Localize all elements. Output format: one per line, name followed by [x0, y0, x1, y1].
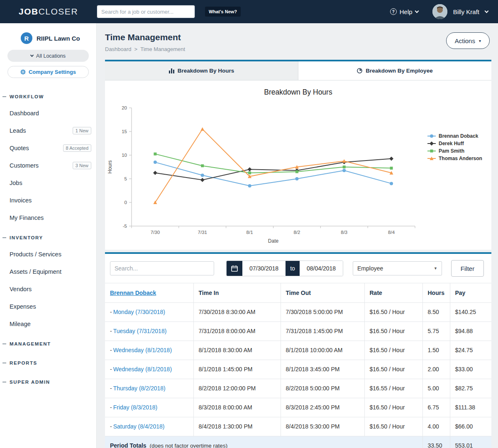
- calendar-button[interactable]: [227, 261, 242, 276]
- sidebar-item-label: Customers: [10, 162, 39, 169]
- svg-text:Breakdown By Hours: Breakdown By Hours: [264, 88, 332, 96]
- sidebar-item-customers[interactable]: Customers3 New: [0, 157, 96, 174]
- sidebar-item-mileage[interactable]: Mileage: [0, 315, 96, 333]
- employee-name-link[interactable]: Brennan Doback: [110, 290, 156, 296]
- sidebar-section-reports[interactable]: REPORTS: [0, 355, 96, 371]
- totals-pay: 553.01: [450, 436, 491, 448]
- sidebar-item-label: Quotes: [10, 145, 29, 151]
- day-link[interactable]: Thursday (8/2/2018): [113, 385, 166, 392]
- sidebar-section-super-admin[interactable]: SUPER ADMIN: [0, 374, 96, 390]
- day-cell: -Friday (8/3/2018): [105, 398, 193, 417]
- sidebar-item-vendors[interactable]: Vendors: [0, 280, 96, 298]
- company-header[interactable]: R RIIPL Lawn Co: [0, 31, 96, 46]
- app-logo[interactable]: JOBCLOSER: [19, 7, 78, 17]
- sidebar-item-label: Mileage: [10, 321, 31, 327]
- rate-cell: $16.50 / Hour: [364, 321, 422, 341]
- clock-icon: [357, 68, 362, 73]
- breadcrumb: Dashboard > Time Management: [105, 46, 491, 52]
- date-range-picker: 07/30/2018 to 08/04/2018: [226, 261, 343, 276]
- col-header-time-out: Time Out: [281, 283, 364, 302]
- table-row: -Tuesday (7/31/2018)7/31/2018 8:00:00 AM…: [105, 321, 491, 341]
- sidebar-item-leads[interactable]: Leads1 New: [0, 122, 96, 139]
- date-from-input[interactable]: 07/30/2018: [242, 261, 286, 276]
- sidebar-item-products-services[interactable]: Products / Services: [0, 246, 96, 263]
- sidebar-section-label: MANAGEMENT: [10, 341, 51, 346]
- time-out-cell: 8/1/2018 10:00:00 AM: [281, 341, 364, 360]
- rate-cell: $16.55 / Hour: [364, 379, 422, 398]
- company-settings-button[interactable]: Company Settings: [7, 66, 89, 78]
- svg-text:7/31: 7/31: [198, 230, 207, 235]
- company-name: RIIPL Lawn Co: [37, 35, 80, 42]
- table-row: -Monday (7/30/2018)7/30/2018 8:30:00 AM7…: [105, 302, 491, 321]
- sidebar-item-invoices[interactable]: Invoices: [0, 192, 96, 209]
- actions-button[interactable]: Actions ▾: [446, 32, 490, 49]
- time-in-cell: 8/2/2018 12:00:00 PM: [193, 379, 281, 398]
- chevron-down-icon[interactable]: [485, 9, 489, 13]
- col-header-rate: Rate: [364, 283, 422, 302]
- tab-breakdown-by-hours[interactable]: Breakdown By Hours: [105, 61, 298, 80]
- sidebar-section-inventory[interactable]: INVENTORY: [0, 230, 96, 246]
- status-badge: 1 New: [73, 127, 91, 134]
- rate-cell: $16.50 / Hour: [364, 302, 422, 321]
- date-range-to-label: to: [286, 261, 300, 276]
- all-locations-dropdown[interactable]: All Locations: [7, 50, 89, 62]
- sidebar-nav: WORKFLOWDashboardLeads1 NewQuotes8 Accep…: [0, 89, 96, 390]
- tab-breakdown-by-employee[interactable]: Breakdown By Employee: [298, 61, 491, 80]
- day-dash: -: [110, 385, 112, 392]
- user-name[interactable]: Billy Kraft: [453, 8, 479, 15]
- time-in-cell: 8/1/2018 1:45:00 PM: [193, 360, 281, 379]
- filter-button[interactable]: Filter: [451, 260, 484, 277]
- table-row: -Wednesday (8/1/2018)8/1/2018 8:30:00 AM…: [105, 341, 491, 360]
- section-dash-icon: [2, 343, 6, 344]
- rate-cell: $16.50 / Hour: [364, 417, 422, 436]
- avatar[interactable]: [432, 4, 447, 19]
- section-dash-icon: [2, 96, 6, 97]
- breadcrumb-separator: >: [134, 46, 138, 52]
- table-row: -Friday (8/3/2018)8/3/2018 8:00:00 AM8/3…: [105, 398, 491, 417]
- day-link[interactable]: Wednesday (8/1/2018): [113, 366, 172, 373]
- day-cell: -Tuesday (7/31/2018): [105, 321, 193, 341]
- day-link[interactable]: Saturday (8/4/2018): [113, 423, 165, 430]
- sidebar-item-quotes[interactable]: Quotes8 Accepted: [0, 139, 96, 157]
- table-search-input[interactable]: [110, 261, 214, 275]
- day-dash: -: [110, 328, 112, 334]
- select-caret-icon: ▼: [434, 266, 437, 270]
- logo-bold: JOB: [19, 7, 39, 16]
- help-menu[interactable]: ? Help: [390, 8, 418, 15]
- pay-cell: $66.00: [450, 417, 491, 436]
- help-icon: ?: [390, 8, 397, 15]
- sidebar-item-expenses[interactable]: Expenses: [0, 298, 96, 315]
- sidebar-section-label: INVENTORY: [10, 235, 43, 240]
- sidebar-item-my-finances[interactable]: My Finances: [0, 209, 96, 226]
- breadcrumb-dashboard[interactable]: Dashboard: [105, 46, 132, 52]
- sidebar-section-workflow[interactable]: WORKFLOW: [0, 89, 96, 105]
- svg-text:0: 0: [124, 200, 127, 205]
- day-link[interactable]: Tuesday (7/31/2018): [113, 328, 167, 334]
- avatar-image: [432, 4, 447, 19]
- day-link[interactable]: Monday (7/30/2018): [113, 309, 165, 315]
- status-badge: 3 New: [73, 162, 91, 169]
- totals-note: (does not factor overtime rates): [150, 443, 228, 448]
- time-out-cell: 7/30/2018 5:00:00 PM: [281, 302, 364, 321]
- sidebar-item-jobs[interactable]: Jobs: [0, 174, 96, 192]
- sidebar-section-management[interactable]: MANAGEMENT: [0, 336, 96, 352]
- svg-text:Hours: Hours: [107, 160, 113, 173]
- calendar-icon: [231, 265, 238, 272]
- day-cell: -Monday (7/30/2018): [105, 302, 193, 321]
- employee-select[interactable]: Employee ▼: [353, 261, 442, 275]
- global-search-input[interactable]: [97, 5, 195, 18]
- day-dash: -: [110, 423, 112, 430]
- sidebar-item-assets-equipment[interactable]: Assets / Equipment: [0, 263, 96, 280]
- whats-new-button[interactable]: What's New?: [205, 7, 241, 17]
- pay-cell: $111.38: [450, 398, 491, 417]
- company-logo: R: [21, 32, 32, 44]
- period-totals-row: Period Totals (does not factor overtime …: [105, 436, 491, 448]
- status-badge: 8 Accepted: [63, 144, 91, 152]
- day-link[interactable]: Wednesday (8/1/2018): [113, 347, 172, 353]
- day-link[interactable]: Friday (8/3/2018): [113, 404, 158, 411]
- bar-chart-icon: [169, 68, 174, 73]
- date-to-input[interactable]: 08/04/2018: [300, 261, 343, 276]
- rate-cell: $16.50 / Hour: [364, 360, 422, 379]
- sidebar-item-dashboard[interactable]: Dashboard: [0, 105, 96, 122]
- sidebar-item-label: Vendors: [10, 286, 32, 292]
